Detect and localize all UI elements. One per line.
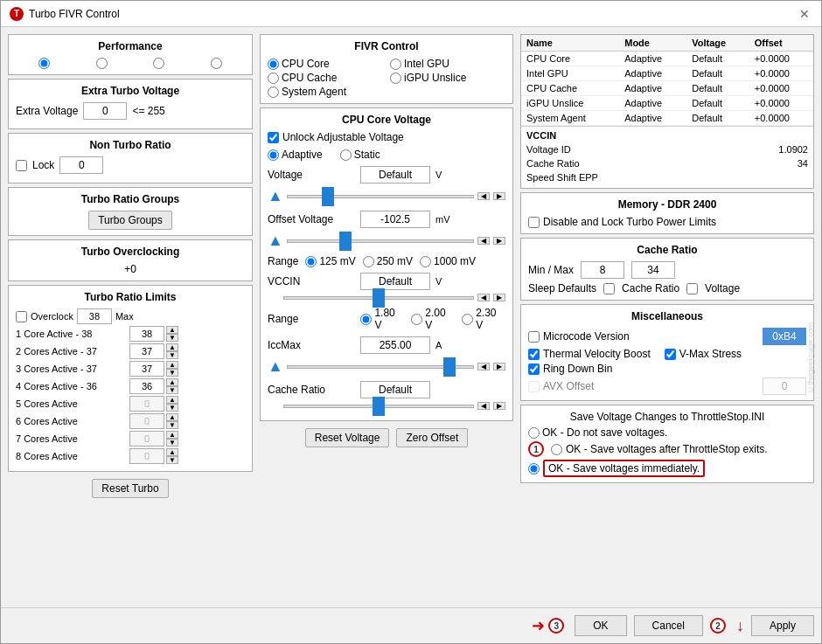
core-dec-btn[interactable]: ▼ [166, 334, 178, 342]
overclock-input[interactable] [77, 308, 112, 324]
voltage-input[interactable] [360, 166, 430, 184]
vccin-slider[interactable] [283, 296, 474, 300]
range-1000-radio[interactable] [420, 256, 431, 267]
fivr-intel-gpu-radio[interactable] [390, 59, 401, 70]
offset-dec-btn[interactable]: ◀ [477, 237, 490, 245]
fivr-cpu-core-radio[interactable] [268, 59, 279, 70]
cell-mode: Adaptive [619, 81, 686, 96]
adaptive-radio[interactable] [268, 149, 279, 161]
cache-ratio-info-label: Cache Ratio [526, 158, 580, 169]
iccmax-slider[interactable] [287, 365, 474, 369]
offset-slider-row: ▲ ◀ ▶ [268, 232, 505, 250]
perf-radio-4[interactable] [211, 58, 222, 69]
range-125-label: 125 mV [319, 255, 355, 267]
fivr-igpu-unslice-radio[interactable] [390, 73, 401, 84]
core-dec-btn[interactable]: ▼ [166, 386, 178, 394]
iccmax-input[interactable] [360, 336, 430, 354]
vccin-inc-btn[interactable]: ▶ [493, 294, 505, 301]
fivr-cpu-cache-radio[interactable] [268, 73, 279, 84]
perf-radio-3[interactable] [153, 58, 164, 69]
cache-dec-btn[interactable]: ◀ [477, 402, 490, 410]
cache-max-input[interactable] [631, 261, 675, 279]
zero-offset-button[interactable]: Zero Offset [396, 428, 468, 447]
turbo-groups-button[interactable]: Turbo Groups [88, 211, 172, 230]
cache-ratio-sleep-checkbox[interactable] [603, 283, 615, 294]
vccin-230-radio[interactable] [462, 314, 473, 325]
range-125-radio[interactable] [305, 256, 317, 267]
max-label: Max [115, 311, 134, 322]
voltage-dec-btn[interactable]: ◀ [477, 192, 490, 200]
core-dec-btn[interactable]: ▼ [166, 404, 178, 412]
extra-voltage-input[interactable]: 0 [83, 102, 127, 120]
static-radio[interactable] [340, 149, 352, 161]
core-inc-btn[interactable]: ▲ [166, 378, 178, 386]
core-inc-btn[interactable]: ▲ [166, 343, 178, 351]
microcode-input[interactable] [763, 328, 806, 345]
microcode-checkbox[interactable] [528, 331, 540, 343]
cache-inc-btn[interactable]: ▶ [493, 402, 505, 410]
avx-checkbox[interactable] [528, 381, 540, 392]
core-input[interactable] [129, 413, 164, 429]
ring-down-checkbox[interactable] [528, 364, 540, 375]
close-button[interactable]: ✕ [797, 6, 812, 22]
core-dec-btn[interactable]: ▼ [166, 439, 178, 447]
cache-min-input[interactable] [581, 261, 624, 279]
vccin-section-title: VCCIN [526, 130, 808, 141]
thermal-checkbox[interactable] [528, 349, 540, 360]
voltage-id-value: 1.0902 [778, 144, 808, 155]
core-inc-btn[interactable]: ▲ [166, 413, 178, 421]
overclock-checkbox[interactable] [16, 311, 27, 322]
avx-input[interactable] [763, 377, 806, 395]
perf-radio-1[interactable] [38, 58, 50, 69]
range-1000-label: 1000 mV [434, 255, 476, 267]
thermal-label: Thermal Velocity Boost [543, 348, 651, 360]
reset-turbo-button[interactable]: Reset Turbo [92, 479, 168, 498]
save-opt1-radio[interactable] [528, 427, 540, 439]
cache-slider[interactable] [283, 405, 474, 408]
core-dec-btn[interactable]: ▼ [166, 456, 178, 464]
iccmax-dec-btn[interactable]: ◀ [477, 363, 490, 370]
perf-radio-2[interactable] [96, 58, 108, 69]
apply-button[interactable]: Apply [751, 615, 814, 636]
fivr-system-agent-radio[interactable] [268, 87, 279, 98]
ok-button[interactable]: OK [575, 615, 626, 636]
save-opt2-radio[interactable] [551, 444, 562, 455]
iccmax-inc-btn[interactable]: ▶ [493, 363, 505, 370]
microcode-row: Microcode Version [528, 328, 806, 345]
cancel-button[interactable]: Cancel [634, 615, 703, 636]
vmax-checkbox[interactable] [665, 349, 676, 360]
core-input[interactable] [129, 361, 164, 377]
core-input[interactable] [129, 396, 164, 412]
core-input[interactable] [129, 448, 164, 464]
lock-checkbox[interactable] [16, 160, 27, 171]
core-inc-btn[interactable]: ▲ [166, 396, 178, 404]
core-input[interactable] [129, 326, 164, 342]
core-inc-btn[interactable]: ▲ [166, 431, 178, 439]
vccin-dec-btn[interactable]: ◀ [477, 294, 490, 301]
reset-voltage-button[interactable]: Reset Voltage [305, 428, 390, 447]
core-dec-btn[interactable]: ▼ [166, 421, 178, 429]
offset-inc-btn[interactable]: ▶ [493, 237, 505, 245]
cache-ratio-section: Cache Ratio Min / Max Sleep Defaults Cac… [520, 238, 814, 301]
offset-slider[interactable] [287, 239, 474, 243]
core-dec-btn[interactable]: ▼ [166, 369, 178, 377]
core-input[interactable] [129, 431, 164, 447]
core-dec-btn[interactable]: ▼ [166, 351, 178, 359]
disable-lock-checkbox[interactable] [528, 217, 540, 228]
core-inc-btn[interactable]: ▲ [166, 448, 178, 456]
vccin-200-radio[interactable] [411, 314, 422, 325]
voltage-slider[interactable] [287, 195, 474, 198]
save-opt3-radio[interactable] [528, 463, 540, 474]
offset-input[interactable] [360, 211, 430, 228]
voltage-sleep-checkbox[interactable] [686, 283, 698, 294]
voltage-inc-btn[interactable]: ▶ [493, 192, 505, 200]
vccin-180-radio[interactable] [360, 314, 372, 325]
core-input[interactable] [129, 378, 164, 394]
range-250-radio[interactable] [363, 256, 374, 267]
core-inc-btn[interactable]: ▲ [166, 361, 178, 369]
core-input[interactable] [129, 343, 164, 359]
unlock-checkbox[interactable] [268, 132, 279, 143]
unlock-row: Unlock Adjustable Voltage [268, 131, 505, 143]
non-turbo-input[interactable] [59, 156, 103, 174]
core-inc-btn[interactable]: ▲ [166, 326, 178, 334]
